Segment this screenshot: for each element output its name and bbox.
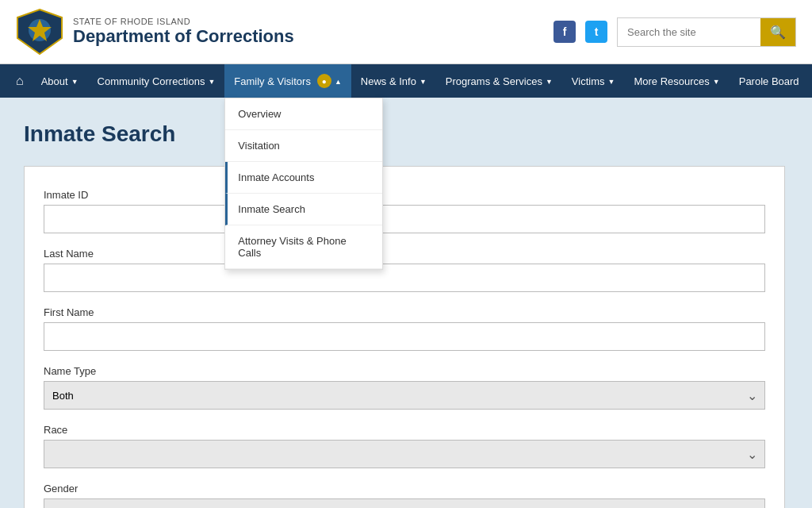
nav-parole-label: Parole Board [739,75,799,87]
nav-about-arrow: ▼ [71,78,79,86]
nav-programs-label: Programs & Services [446,75,542,87]
nav-family-arrow: ▲ [335,78,342,86]
name-type-select[interactable]: Both Legal Alias [44,381,765,410]
nav-programs-arrow: ▼ [546,78,553,86]
home-nav-item[interactable]: ⌂ [8,64,32,98]
nav-item-programs[interactable]: Programs & Services ▼ [436,66,562,97]
site-title: Department of Corrections [73,26,294,47]
nav-item-victims[interactable]: Victims ▼ [562,66,625,97]
shield-logo [16,8,63,56]
logo-area: STATE OF RHODE ISLAND Department of Corr… [16,8,553,56]
name-type-select-wrapper: Both Legal Alias ⌄ [44,381,765,410]
race-select[interactable]: American Indian Asian Black Hispanic Whi… [44,440,765,468]
inmate-id-input[interactable] [44,205,765,233]
dropdown-visitation[interactable]: Visitation [225,130,382,162]
dropdown-attorney-visits[interactable]: Attorney Visits & Phone Calls [225,225,382,269]
family-badge: ● [317,74,331,88]
dropdown-inmate-search[interactable]: Inmate Search [225,194,382,225]
gender-select[interactable]: Male Female [44,498,765,508]
last-name-group: Last Name [44,248,765,292]
search-bar: 🔍 [617,17,796,47]
last-name-input[interactable] [44,264,765,292]
gender-group: Gender Male Female ⌄ [44,483,765,508]
nav-family-label: Family & Visitors [234,75,311,87]
inmate-id-label: Inmate ID [44,189,765,201]
name-type-group: Name Type Both Legal Alias ⌄ [44,365,765,410]
nav-item-about[interactable]: About ▼ [32,66,88,97]
state-label: STATE OF RHODE ISLAND [73,17,294,26]
nav-item-family-visitors[interactable]: Family & Visitors ● ▲ [224,64,350,98]
dropdown-overview[interactable]: Overview [225,98,382,130]
nav-news-arrow: ▼ [419,78,427,86]
family-dropdown: Overview Visitation Inmate Accounts Inma… [224,98,383,270]
search-button[interactable]: 🔍 [760,18,795,46]
nav-family-wrapper: Family & Visitors ● ▲ Overview Visitatio… [224,64,350,98]
nav-item-news[interactable]: News & Info ▼ [351,66,436,97]
search-form-card: Inmate ID Last Name First Name Name Type… [24,166,785,508]
name-type-label: Name Type [44,365,765,377]
nav-item-community[interactable]: Community Corrections ▼ [88,66,225,97]
page-title: Inmate Search [24,121,788,147]
twitter-icon[interactable]: t [585,21,607,43]
nav-victims-arrow: ▼ [608,78,615,86]
title-group: STATE OF RHODE ISLAND Department of Corr… [73,17,294,47]
nav-victims-label: Victims [572,75,605,87]
inmate-id-group: Inmate ID [44,189,765,233]
last-name-label: Last Name [44,248,765,260]
nav-community-label: Community Corrections [98,75,205,87]
nav-about-label: About [41,75,68,87]
header-right: f t 🔍 [553,17,796,47]
race-label: Race [44,424,765,436]
nav-item-more[interactable]: More Resources ▼ [624,66,729,97]
nav-news-label: News & Info [361,75,416,87]
first-name-group: First Name [44,306,765,351]
gender-label: Gender [44,483,765,495]
first-name-label: First Name [44,306,765,318]
nav-more-arrow: ▼ [713,78,720,86]
first-name-input[interactable] [44,322,765,351]
main-nav: ⌂ About ▼ Community Corrections ▼ Family… [0,64,812,98]
main-content: Inmate Search Inmate ID Last Name First … [0,98,812,508]
race-select-wrapper: American Indian Asian Black Hispanic Whi… [44,440,765,468]
gender-select-wrapper: Male Female ⌄ [44,498,765,508]
race-group: Race American Indian Asian Black Hispani… [44,424,765,468]
nav-item-parole[interactable]: Parole Board [730,66,809,97]
facebook-icon[interactable]: f [553,21,576,43]
site-header: STATE OF RHODE ISLAND Department of Corr… [0,0,812,64]
search-input[interactable] [618,18,760,46]
dropdown-inmate-accounts[interactable]: Inmate Accounts [225,162,382,194]
nav-community-arrow: ▼ [208,78,215,86]
nav-more-label: More Resources [634,75,709,87]
